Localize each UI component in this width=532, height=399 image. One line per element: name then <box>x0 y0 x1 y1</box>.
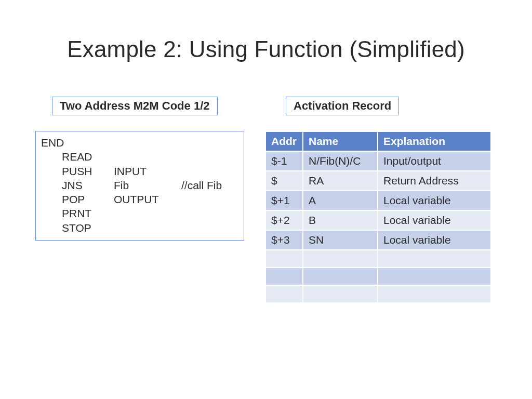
code-box-label: Two Address M2M Code 1/2 <box>52 97 218 115</box>
code-line: STOP <box>41 221 238 235</box>
cell-explanation <box>378 268 491 285</box>
table-row: $+2 B Local variable <box>265 210 491 230</box>
cell-name: RA <box>303 171 378 191</box>
code-comment <box>181 136 238 150</box>
cell-explanation: Local variable <box>378 230 491 250</box>
code-comment <box>181 150 238 164</box>
slide: Example 2: Using Function (Simplified) T… <box>0 0 532 399</box>
code-comment <box>181 206 238 220</box>
code-operand: OUTPUT <box>114 192 181 206</box>
activation-record-label: Activation Record <box>286 97 399 115</box>
code-mnemonic: JNS <box>41 178 114 192</box>
cell-addr: $+1 <box>265 191 303 210</box>
cell-name <box>303 285 378 303</box>
activation-record-table: Addr Name Explanation $-1 N/Fib(N)/C Inp… <box>265 131 491 303</box>
cell-addr: $+3 <box>265 230 303 250</box>
code-comment <box>181 164 238 178</box>
cell-addr: $ <box>265 171 303 191</box>
cell-name: B <box>303 210 378 230</box>
cell-explanation <box>378 285 491 303</box>
table-row <box>265 285 491 303</box>
code-line: READ <box>41 150 238 164</box>
code-comment <box>181 192 238 206</box>
cell-explanation: Local variable <box>378 210 491 230</box>
code-mnemonic: READ <box>41 150 114 164</box>
cell-addr: $-1 <box>265 151 303 171</box>
cell-name: A <box>303 191 378 210</box>
col-header-addr: Addr <box>265 131 303 151</box>
code-operand <box>114 206 181 220</box>
cell-name: N/Fib(N)/C <box>303 151 378 171</box>
code-mnemonic: POP <box>41 192 114 206</box>
code-operand: Fib <box>114 178 181 192</box>
cell-explanation: Input/output <box>378 151 491 171</box>
code-line: END <box>41 136 238 150</box>
cell-explanation: Local variable <box>378 191 491 210</box>
col-header-name: Name <box>303 131 378 151</box>
cell-name <box>303 268 378 285</box>
code-mnemonic: END <box>41 136 114 150</box>
code-operand: INPUT <box>114 164 181 178</box>
code-line: JNS Fib //call Fib <box>41 178 238 192</box>
table-row <box>265 250 491 268</box>
code-line: PRNT <box>41 206 238 220</box>
col-header-explanation: Explanation <box>378 131 491 151</box>
code-mnemonic: STOP <box>41 221 114 235</box>
cell-addr <box>265 285 303 303</box>
code-operand <box>114 221 181 235</box>
cell-addr <box>265 268 303 285</box>
slide-title: Example 2: Using Function (Simplified) <box>31 36 501 62</box>
code-line: POP OUTPUT <box>41 192 238 206</box>
code-comment: //call Fib <box>181 178 238 192</box>
cell-explanation: Return Address <box>378 171 491 191</box>
code-mnemonic: PUSH <box>41 164 114 178</box>
code-mnemonic: PRNT <box>41 206 114 220</box>
code-comment <box>181 221 238 235</box>
table-header-row: Addr Name Explanation <box>265 131 491 151</box>
code-box: END READ PUSH INPUT JNS Fib //call Fib P… <box>35 131 244 241</box>
cell-name: SN <box>303 230 378 250</box>
code-operand <box>114 136 181 150</box>
cell-name <box>303 250 378 268</box>
cell-addr <box>265 250 303 268</box>
cell-explanation <box>378 250 491 268</box>
table-row: $+3 SN Local variable <box>265 230 491 250</box>
table-row: $ RA Return Address <box>265 171 491 191</box>
table-row: $-1 N/Fib(N)/C Input/output <box>265 151 491 171</box>
table-row <box>265 268 491 285</box>
table-row: $+1 A Local variable <box>265 191 491 210</box>
code-line: PUSH INPUT <box>41 164 238 178</box>
code-operand <box>114 150 181 164</box>
cell-addr: $+2 <box>265 210 303 230</box>
